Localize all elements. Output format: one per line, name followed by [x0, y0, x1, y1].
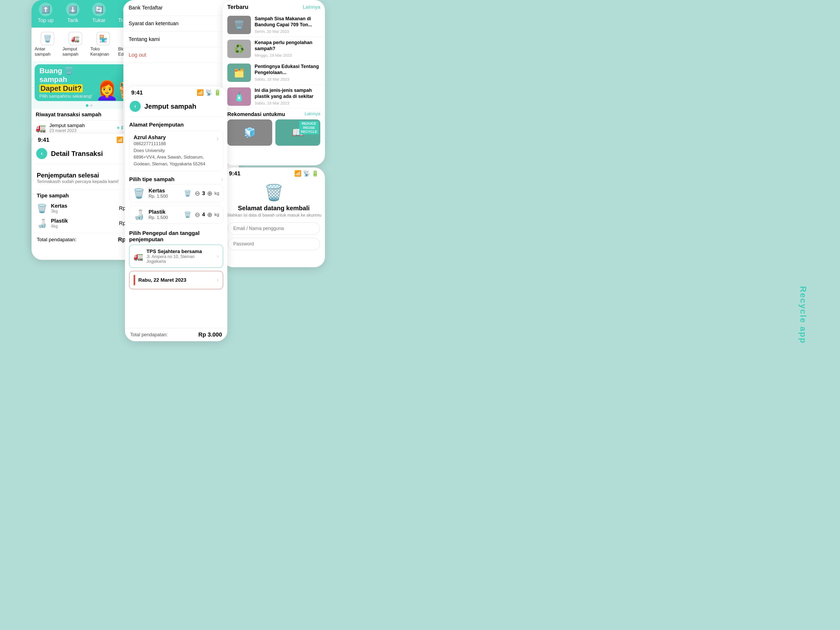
banner-line1: Buang	[39, 67, 62, 75]
back-button[interactable]: ‹	[129, 101, 141, 112]
dot-2	[90, 104, 93, 107]
wifi-icon: 📡	[205, 89, 212, 96]
detail-status-time: 9:41	[38, 136, 49, 143]
txn-date: 23 maret 2023	[49, 128, 114, 133]
plastik-minus[interactable]: ⊖	[195, 211, 200, 218]
blog-terbaru-title: Terbaru	[227, 4, 248, 11]
rekom-card-2[interactable]: 📖 REDUCEREUSERECYCLE	[275, 120, 320, 146]
tukar-action[interactable]: 🔄 Tukar	[92, 3, 106, 24]
pengepul-truck-icon: 🚛	[134, 252, 143, 261]
dot-1	[86, 104, 88, 107]
blog-thumb-4: 🧴	[227, 87, 251, 106]
plastik-info: Plastik Rp. 1.500	[148, 209, 178, 220]
blog-lainnya-link[interactable]: Lainnya	[303, 4, 320, 10]
topup-action[interactable]: ⬆️ Top up	[38, 3, 54, 24]
menu-syarat-label: Syarat dan ketentuan	[129, 21, 178, 27]
menu-bank[interactable]: Bank Terdaftar ›	[123, 0, 239, 16]
kertas-unit: kg	[215, 191, 219, 196]
tipe-kertas: 🗑️ Kertas Rp. 1.500 🗑️ ⊖ 3 ⊕ kg	[129, 184, 223, 202]
address-name: Azrul Ashary	[134, 134, 216, 141]
antar-sampah-icon: 🗑️	[41, 32, 54, 46]
address-chevron: ›	[216, 135, 219, 142]
plastik-plus[interactable]: ⊕	[207, 211, 212, 218]
date-card[interactable]: Rabu, 22 Maret 2023 ›	[129, 271, 223, 289]
blog-info-3: Pentingnya Edukasi Tentang Pengelolaan..…	[255, 63, 320, 81]
kertas-delete[interactable]: 🗑️	[184, 190, 191, 197]
rekomendasi-header: Rekomendasi untukmu Lainnya	[223, 109, 325, 120]
detail-plastik-name: Plastik	[51, 218, 115, 224]
grid-toko[interactable]: 🏪 Toko Kerajinan	[90, 32, 116, 57]
rekom-card-1[interactable]: 🧊	[227, 120, 272, 146]
transaction-title: Riwayat transaksi sampah	[36, 112, 101, 118]
detail-plastik-icon: 🍶	[37, 218, 47, 228]
plastik-name: Plastik	[148, 209, 178, 215]
date-stripe	[134, 275, 135, 285]
plastik-delete[interactable]: 🗑️	[184, 211, 191, 218]
status-time: 9:41	[131, 89, 143, 96]
login-status-time: 9:41	[229, 170, 240, 177]
tukar-icon: 🔄	[92, 3, 106, 16]
topup-label: Top up	[38, 17, 54, 24]
kertas-minus[interactable]: ⊖	[195, 190, 200, 197]
grid-jemput-sampah[interactable]: 🚛 Jemput sampah	[63, 32, 88, 57]
jemput-title: Jemput sampah	[144, 103, 196, 111]
login-title: Selamat datang kembali	[223, 204, 325, 212]
wifi-icon: 📡	[303, 170, 310, 177]
blog-date-3: Sabtu, 18 Mar 2023	[255, 77, 320, 81]
blog-article-1[interactable]: 🗑️ Sampah Sisa Makanan di Bandung Capai …	[223, 13, 325, 37]
date-text: Rabu, 22 Maret 2023	[138, 277, 214, 283]
address-full: 6896+VV4, Area Sawah, Sidoarum, Godean, …	[134, 154, 216, 167]
pengepul-card[interactable]: 🚛 TPS Sejahtera bersama Jl. Ampera no 10…	[129, 245, 223, 268]
toko-icon: 🏪	[96, 32, 110, 46]
address-card[interactable]: Azrul Ashary 0862277111188 Does Universi…	[129, 131, 223, 171]
rekomendasi-grid: 🧊 📖 REDUCEREUSERECYCLE	[223, 120, 325, 149]
blog-article-2[interactable]: ♻️ Kenapa perlu pengolahan sampah? Mingg…	[223, 37, 325, 61]
menu-syarat[interactable]: Syarat dan ketentuan ›	[123, 16, 239, 32]
pengepul-name: TPS Sejahtera bersama	[147, 249, 214, 254]
pengepul-chevron: ›	[217, 253, 219, 260]
address-place: Does University	[134, 147, 216, 154]
txn-name: Jemput sampah	[49, 123, 114, 128]
email-input[interactable]	[228, 222, 320, 235]
rekomendasi-lainnya[interactable]: Lainnya	[305, 111, 320, 117]
detail-back-button[interactable]: ‹	[36, 148, 47, 159]
battery-icon: 🔋	[214, 89, 221, 96]
tarik-label: Tarik	[67, 17, 78, 24]
password-input[interactable]	[228, 238, 320, 250]
rekomendasi-title: Rekomendasi untukmu	[227, 111, 285, 117]
blog-date-2: Minggu, 19 Mar 2023	[255, 53, 320, 57]
tarik-action[interactable]: ⬇️ Tarik	[66, 3, 79, 24]
battery-icon: 🔋	[312, 170, 319, 177]
blog-info-1: Sampah Sisa Makanan di Bandung Capai 709…	[255, 16, 320, 33]
menu-logout[interactable]: Log out ›	[123, 47, 239, 63]
kertas-price: Rp. 1.500	[148, 194, 178, 199]
detail-kertas-info: Kertas 3kg	[51, 203, 115, 214]
pengepul-info: TPS Sejahtera bersama Jl. Ampera no 10, …	[147, 249, 214, 264]
banner-subtitle: Pilih sampahmu sekarang!	[39, 94, 92, 99]
signal-icon: 📶	[197, 89, 204, 96]
blog-title-2: Kenapa perlu pengolahan sampah?	[255, 39, 320, 52]
signal-icon: 📶	[294, 170, 302, 177]
blog-date-1: Senin, 20 Mar 2023	[255, 29, 320, 33]
tipe-section-header: Pilih tipe sampah ›	[125, 173, 227, 184]
plastik-qty: 4	[202, 212, 205, 218]
grid-antar-sampah[interactable]: 🗑️ Antar sampah	[35, 32, 60, 57]
blog-info-2: Kenapa perlu pengolahan sampah? Minggu, …	[255, 39, 320, 57]
blog-article-3[interactable]: 🗂️ Pentingnya Edukasi Tentang Pengelolaa…	[223, 61, 325, 85]
jemput-status-bar: 9:41 📶 📡 🔋	[125, 87, 227, 97]
detail-kertas-icon: 🗑️	[37, 204, 47, 213]
menu-tentang[interactable]: Tentang kami ›	[123, 32, 239, 47]
detail-kertas-name: Kertas	[51, 203, 115, 209]
blog-info-4: Ini dia jenis-jenis sampah plastik yang …	[255, 87, 320, 105]
pengepul-label: Pilih Pengepul dan tanggal penjemputan	[129, 230, 199, 242]
address-details: Azrul Ashary 0862277111188 Does Universi…	[134, 134, 216, 167]
tipe-plastik: 🍶 Plastik Rp. 1.500 🗑️ ⊖ 4 ⊕ kg	[129, 205, 223, 224]
address-phone: 0862277111188	[134, 141, 216, 147]
blog-article-4[interactable]: 🧴 Ini dia jenis-jenis sampah plastik yan…	[223, 85, 325, 109]
kertas-plus[interactable]: ⊕	[207, 190, 212, 197]
tarik-icon: ⬇️	[66, 3, 79, 16]
blog-title-4: Ini dia jenis-jenis sampah plastik yang …	[255, 87, 320, 100]
address-label: Alamat Penjemputan	[129, 122, 223, 128]
kertas-name: Kertas	[148, 188, 178, 194]
txn-icon: 🚛	[36, 123, 46, 133]
